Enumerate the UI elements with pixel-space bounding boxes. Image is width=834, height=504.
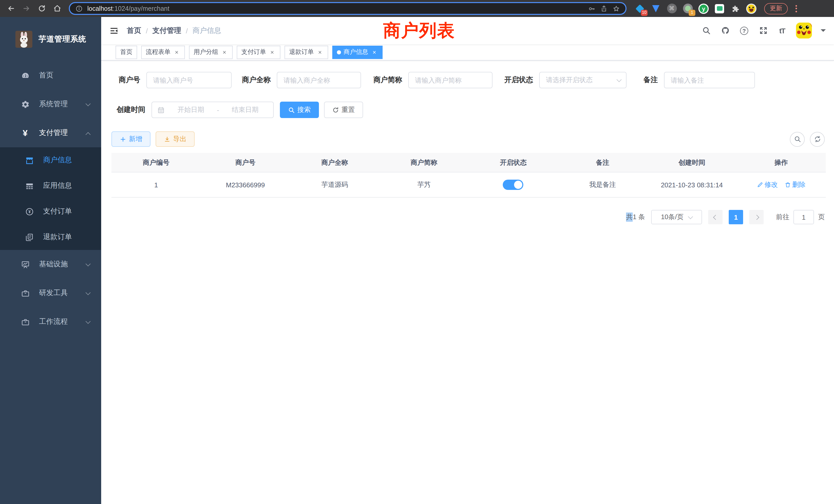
breadcrumb-separator: /	[146, 26, 148, 35]
fullscreen-icon[interactable]	[758, 25, 768, 36]
store-icon	[25, 156, 34, 165]
column-header: 操作	[737, 153, 826, 172]
documents-icon	[25, 232, 34, 242]
status-toggle[interactable]	[503, 180, 524, 190]
page-1-button[interactable]: 1	[729, 210, 743, 224]
page-size-select[interactable]: 10条/页	[651, 210, 702, 224]
tab-pay-order[interactable]: 支付订单×	[237, 45, 280, 59]
sidebar-item-system[interactable]: 系统管理	[0, 90, 101, 118]
profile-avatar-icon[interactable]	[746, 3, 756, 14]
sidebar-item-refund-order[interactable]: 退款订单	[0, 224, 101, 250]
sidebar-item-infra[interactable]: 基础设施	[0, 250, 101, 279]
briefcase-icon	[21, 317, 30, 326]
bookmark-star-icon[interactable]	[612, 4, 620, 13]
tab-process-form[interactable]: 流程表单×	[141, 45, 185, 59]
browser-home-button[interactable]	[50, 2, 64, 15]
user-avatar[interactable]	[796, 23, 812, 39]
status-label: 开启状态	[492, 75, 539, 85]
refresh-table-button[interactable]	[810, 132, 825, 146]
chevron-down-icon	[616, 77, 622, 82]
download-icon	[164, 136, 171, 142]
dashboard-icon	[21, 71, 30, 80]
search-icon	[794, 136, 801, 143]
status-select[interactable]: 请选择开启状态	[539, 72, 627, 88]
close-icon[interactable]: ×	[269, 48, 276, 56]
sidebar-item-home[interactable]: 首页	[0, 61, 101, 90]
full-name-label: 商户全称	[232, 75, 277, 85]
chevron-down-icon[interactable]	[821, 29, 826, 35]
goto-page-input[interactable]	[793, 210, 814, 224]
cell-short-name: 芋艿	[379, 173, 468, 197]
extension-recorder-icon[interactable]: 1	[682, 3, 693, 14]
browser-back-button[interactable]	[4, 2, 18, 15]
column-header: 创建时间	[647, 153, 737, 172]
gear-icon	[21, 99, 30, 109]
next-page-button[interactable]	[749, 210, 764, 224]
add-button[interactable]: 新增	[111, 131, 151, 147]
pagination: 共 1 条 10条/页 1 前往 页	[111, 210, 826, 224]
github-icon[interactable]	[720, 25, 730, 36]
navbar-actions: ? tT	[701, 23, 826, 39]
column-header: 备注	[558, 153, 647, 172]
app-logo[interactable]: 芋道管理系统	[0, 17, 101, 61]
breadcrumb-home[interactable]: 首页	[127, 26, 141, 35]
extension-y-icon[interactable]: y	[698, 3, 709, 14]
show-search-toggle-button[interactable]	[790, 132, 805, 146]
sidebar-item-dev-tools[interactable]: 研发工具	[0, 279, 101, 307]
extension-chat-icon[interactable]	[714, 3, 725, 14]
browser-forward-button[interactable]	[20, 2, 33, 15]
tab-merchant-info[interactable]: 商户信息×	[332, 45, 382, 59]
remark-input[interactable]	[664, 72, 755, 88]
reset-button[interactable]: 重置	[324, 101, 363, 118]
share-icon[interactable]	[600, 4, 608, 13]
search-icon[interactable]	[701, 25, 711, 36]
close-icon[interactable]: ×	[316, 48, 324, 56]
sidebar-item-app-info[interactable]: 应用信息	[0, 173, 101, 199]
browser-reload-button[interactable]	[35, 2, 48, 15]
tags-view: 首页 流程表单× 用户分组× 支付订单× 退款订单× 商户信息×	[101, 44, 834, 61]
date-end-placeholder: 结束日期	[222, 105, 268, 114]
export-button[interactable]: 导出	[156, 131, 195, 147]
sidebar-item-pay-order[interactable]: ¥ 支付订单	[0, 199, 101, 224]
merchant-no-input[interactable]	[146, 72, 232, 88]
browser-toolbar: localhost :1024/pay/merchant 10 ⌘ 1	[0, 0, 834, 17]
update-button[interactable]: 更新	[764, 3, 788, 14]
tab-refund-order[interactable]: 退款订单×	[285, 45, 328, 59]
browser-menu-icon[interactable]	[793, 5, 799, 12]
goto-label: 前往	[776, 212, 789, 222]
edit-link[interactable]: 修改	[757, 180, 778, 189]
sidebar-collapse-icon[interactable]	[101, 17, 127, 44]
cell-merchant-no: M233666999	[201, 173, 290, 197]
font-size-icon[interactable]: tT	[777, 25, 787, 36]
url-host: localhost	[87, 5, 113, 12]
extension-gem-icon[interactable]	[651, 3, 661, 14]
cell-full-name: 芋道源码	[290, 173, 379, 197]
close-icon[interactable]: ×	[371, 48, 378, 56]
merchant-no-label: 商户号	[114, 75, 146, 85]
site-info-icon[interactable]	[75, 4, 83, 13]
sidebar-item-workflow[interactable]: 工作流程	[0, 307, 101, 336]
address-bar[interactable]: localhost :1024/pay/merchant	[69, 2, 627, 15]
search-icon	[288, 107, 295, 113]
sidebar-item-merchant-info[interactable]: 商户信息	[0, 147, 101, 173]
close-icon[interactable]: ×	[221, 48, 228, 56]
close-icon[interactable]: ×	[173, 48, 180, 56]
tab-home[interactable]: 首页	[115, 45, 137, 59]
prev-page-button[interactable]	[708, 210, 723, 224]
tab-user-group[interactable]: 用户分组×	[189, 45, 233, 59]
short-name-input[interactable]	[408, 72, 492, 88]
date-range-picker[interactable]: 开始日期 - 结束日期	[152, 101, 274, 118]
search-button[interactable]: 搜索	[280, 101, 319, 118]
breadcrumb-pay[interactable]: 支付管理	[153, 26, 181, 35]
delete-link[interactable]: 删除	[785, 180, 806, 189]
help-icon[interactable]: ?	[739, 25, 749, 36]
extensions-puzzle-icon[interactable]	[730, 3, 741, 14]
sidebar-item-pay[interactable]: ¥ 支付管理	[0, 118, 101, 147]
chevron-down-icon	[688, 214, 693, 219]
full-name-input[interactable]	[277, 72, 361, 88]
svg-text:¥: ¥	[28, 209, 30, 214]
password-key-icon[interactable]	[588, 4, 596, 13]
extension-diamond-icon[interactable]: 10	[635, 3, 645, 14]
merchant-table: 商户编号 商户号 商户全称 商户简称 开启状态 备注 创建时间 操作 1 M23…	[111, 153, 826, 198]
extension-command-icon[interactable]: ⌘	[666, 3, 677, 14]
